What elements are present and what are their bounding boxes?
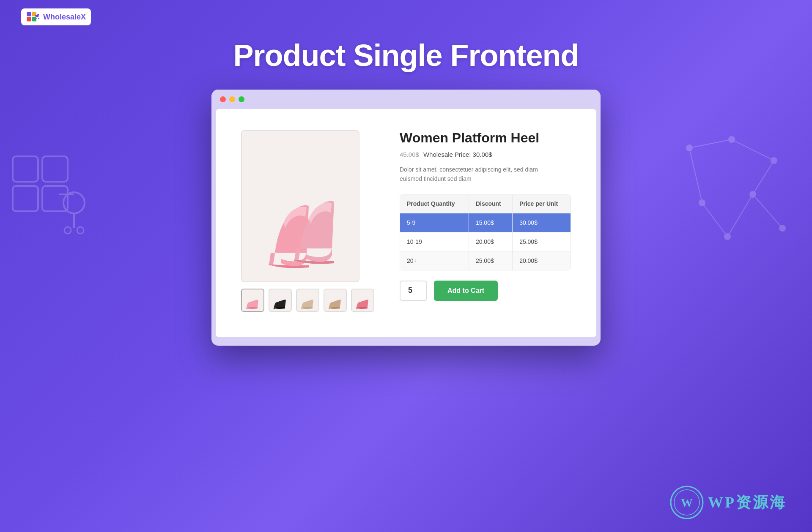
svg-line-22 (689, 148, 702, 203)
original-price: 45.00$ (400, 151, 419, 158)
wp-logo-icon: W (670, 486, 704, 519)
svg-point-7 (77, 227, 84, 234)
svg-point-27 (36, 18, 37, 19)
pricing-row-3: 20+ 25.00$ 20.00$ (400, 251, 571, 270)
svg-line-17 (732, 139, 774, 161)
pricing-row-2: 10-19 20.00$ 25.00$ (400, 232, 571, 251)
svg-point-10 (728, 136, 735, 143)
svg-text:W: W (681, 496, 693, 509)
qty-20plus: 20+ (400, 251, 469, 270)
logo-text: WholesaleX (43, 13, 86, 22)
add-to-cart-button[interactable]: Add to Cart (434, 281, 498, 301)
thumbnail-2[interactable] (269, 289, 292, 312)
window-dot-yellow[interactable] (229, 96, 235, 102)
svg-line-21 (702, 203, 727, 237)
main-product-image (241, 130, 359, 282)
svg-point-6 (64, 227, 71, 234)
svg-rect-23 (27, 12, 31, 16)
discount-5-9: 15.00$ (469, 213, 512, 232)
svg-point-12 (749, 191, 756, 198)
col-header-qty: Product Quantity (400, 194, 469, 213)
watermark: W WP资源海 (670, 486, 787, 519)
thumbnail-5[interactable] (351, 289, 374, 312)
price-20plus: 20.00$ (513, 251, 571, 270)
browser-titlebar (211, 90, 601, 109)
svg-rect-0 (13, 156, 38, 182)
svg-rect-25 (27, 17, 31, 21)
svg-point-11 (771, 157, 777, 164)
svg-point-4 (63, 192, 85, 213)
watermark-text: WP资源海 (708, 492, 787, 513)
svg-point-28 (38, 18, 39, 19)
col-header-discount: Discount (469, 194, 512, 213)
window-dot-red[interactable] (220, 96, 226, 102)
product-info-section: Women Platform Heel 45.00$ Wholesale Pri… (400, 130, 571, 312)
thumbnail-list (241, 289, 374, 312)
logo-box: WholesaleX (21, 8, 91, 25)
thumbnail-3[interactable] (296, 289, 319, 312)
logo-bar: WholesaleX (21, 8, 91, 25)
svg-point-13 (699, 199, 705, 206)
browser-window: Women Platform Heel 45.00$ Wholesale Pri… (211, 90, 601, 346)
svg-rect-1 (42, 156, 68, 182)
price-10-19: 25.00$ (513, 232, 571, 251)
svg-rect-2 (13, 186, 38, 211)
page-title: Product Single Frontend (233, 38, 579, 73)
svg-point-15 (724, 233, 731, 240)
window-dot-green[interactable] (239, 96, 244, 102)
browser-content: Women Platform Heel 45.00$ Wholesale Pri… (216, 109, 596, 337)
col-header-price: Price per Unit (513, 194, 571, 213)
product-shoe-svg (250, 143, 351, 270)
svg-point-9 (686, 145, 693, 151)
thumbnail-1[interactable] (241, 289, 264, 312)
quantity-input[interactable] (400, 281, 427, 301)
product-description: Dolor sit amet, consectetuer adipiscing … (400, 165, 571, 184)
logo-cart-icon (26, 11, 40, 23)
thumbnail-4[interactable] (324, 289, 347, 312)
price-row: 45.00$ Wholesale Price: 30.00$ (400, 151, 571, 158)
svg-line-16 (689, 139, 732, 148)
qty-5-9: 5-9 (400, 213, 469, 232)
price-5-9: 30.00$ (513, 213, 571, 232)
svg-line-18 (753, 161, 774, 194)
product-name: Women Platform Heel (400, 130, 571, 146)
qty-10-19: 10-19 (400, 232, 469, 251)
svg-line-20 (727, 194, 753, 237)
discount-10-19: 20.00$ (469, 232, 512, 251)
svg-line-19 (753, 194, 782, 228)
svg-rect-3 (42, 186, 68, 211)
product-images-section (241, 130, 374, 312)
pricing-row-1: 5-9 15.00$ 30.00$ (400, 213, 571, 232)
wholesale-price-label: Wholesale Price: 30.00$ (423, 151, 492, 158)
pricing-table: Product Quantity Discount Price per Unit… (400, 194, 571, 270)
svg-point-14 (779, 225, 786, 232)
discount-20plus: 25.00$ (469, 251, 512, 270)
cart-row: Add to Cart (400, 281, 571, 301)
